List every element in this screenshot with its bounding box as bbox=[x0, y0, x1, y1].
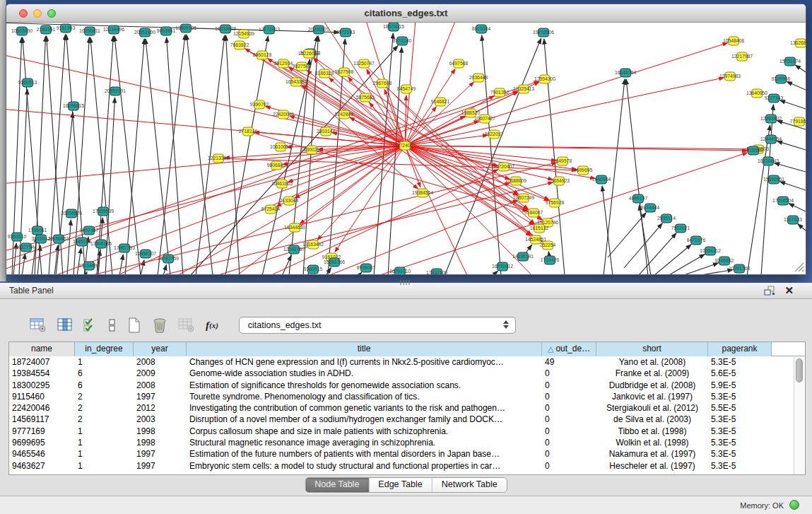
table-cell: 0 bbox=[542, 426, 596, 437]
graph-node-label: 10607427 bbox=[474, 116, 495, 121]
table-cell: 2008 bbox=[134, 356, 187, 368]
graph-node-label: 16791012 bbox=[492, 264, 513, 269]
graph-node-label: 9329966 bbox=[772, 76, 791, 81]
graph-node-label: 18807249 bbox=[513, 195, 534, 200]
graph-node-label: 12444154 bbox=[760, 136, 782, 141]
memory-status-label: Memory: OK bbox=[740, 501, 784, 510]
column-header-year[interactable]: year bbox=[134, 342, 187, 356]
graph-node-label: 9151393 bbox=[57, 25, 76, 30]
table-cell: de Silva et al. (2003) bbox=[596, 414, 708, 425]
citation-edge-red bbox=[317, 146, 405, 240]
graph-node-label: 7932621 bbox=[671, 226, 690, 230]
table-row[interactable]: 946362711997Embryonic stem cells: a mode… bbox=[9, 460, 805, 472]
float-panel-icon[interactable] bbox=[764, 286, 775, 296]
table-cell: Yano et al. (2008) bbox=[596, 356, 708, 368]
graph-node-label: 12042757 bbox=[283, 247, 305, 252]
graph-node-label: 8939007 bbox=[357, 265, 376, 270]
graph-node-label: 2036448 bbox=[469, 75, 488, 80]
table-scrollbar-thumb[interactable] bbox=[796, 358, 803, 382]
column-header-title[interactable]: title bbox=[187, 342, 542, 356]
memory-status-indicator[interactable] bbox=[789, 500, 799, 510]
table-cell: 2003 bbox=[134, 414, 187, 425]
network-view[interactable]: 1053309021603519151393162968111213449620… bbox=[6, 23, 806, 274]
table-row[interactable]: 969969511998Structural magnetic resonanc… bbox=[9, 437, 805, 448]
graph-node-label: 9390702 bbox=[250, 102, 269, 107]
column-header-in_degree[interactable]: in_degree bbox=[75, 342, 134, 356]
table-source-value: citations_edges.txt bbox=[248, 320, 322, 330]
table-row[interactable]: 946554611997Estimation of the future num… bbox=[9, 448, 805, 460]
table-cell: 2 bbox=[75, 414, 134, 425]
table-row[interactable]: 1872400712008Changes of HCN gene express… bbox=[9, 356, 805, 368]
network-canvas[interactable]: 1053309021603519151393162968111213449620… bbox=[6, 23, 806, 274]
graph-node-label: 9146821 bbox=[431, 99, 450, 104]
graph-node-label: 8960128 bbox=[253, 52, 272, 57]
citation-edge-red bbox=[405, 69, 455, 146]
table-row[interactable]: 2242004622012Investigating the contribut… bbox=[9, 402, 805, 414]
citation-edge-black bbox=[114, 36, 141, 274]
table-settings-icon[interactable] bbox=[30, 318, 47, 332]
table-cell: 0 bbox=[542, 448, 596, 460]
table-source-select[interactable]: citations_edges.txt bbox=[239, 317, 516, 334]
table-cell: 22420046 bbox=[9, 402, 75, 414]
table-cell: 5.6E-5 bbox=[708, 368, 772, 379]
table-cell: Estimation of the future numbers of pati… bbox=[187, 448, 542, 460]
graph-node-label: 9227343 bbox=[765, 95, 784, 100]
table-row[interactable]: 1830029562008Estimation of significance … bbox=[9, 380, 805, 391]
graph-node-label: 12974983 bbox=[719, 74, 741, 78]
show-columns-icon[interactable] bbox=[57, 318, 73, 332]
table-row[interactable]: 977716911998Corpus callosum shape and si… bbox=[9, 426, 805, 437]
graph-node-label: 8471676 bbox=[687, 238, 706, 243]
graph-node-label: 9360510 bbox=[8, 234, 27, 239]
select-rows-icon[interactable] bbox=[83, 318, 98, 332]
row-height-icon[interactable] bbox=[108, 318, 117, 332]
tab-node-table[interactable]: Node Table bbox=[305, 478, 369, 492]
table-cell: 5.3E-5 bbox=[708, 437, 772, 448]
delete-table-icon[interactable] bbox=[152, 317, 167, 333]
table-cell: Disruption of a novel member of a sodium… bbox=[187, 414, 542, 425]
combo-stepper-icon bbox=[503, 320, 509, 329]
graph-node-label: 1640954 bbox=[592, 177, 611, 182]
table-cell: 14569117 bbox=[9, 414, 75, 425]
table-cell: Investigating the contribution of common… bbox=[187, 402, 542, 414]
citation-edge-black bbox=[141, 260, 144, 274]
graph-node-label: 16461865 bbox=[271, 181, 293, 186]
panel-drag-handle-icon[interactable] bbox=[400, 280, 410, 285]
table-cell: Nakamura et al. (1997) bbox=[596, 448, 708, 460]
table-cell: 1 bbox=[75, 448, 134, 460]
tab-edge-table[interactable]: Edge Table bbox=[369, 478, 432, 492]
table-scrollbar[interactable] bbox=[794, 357, 804, 474]
table-cell: 18724007 bbox=[9, 356, 75, 368]
graph-node-label: 252254 bbox=[540, 243, 556, 247]
graph-node-label: 8912934 bbox=[274, 61, 293, 66]
column-header-pagerank[interactable]: pagerank bbox=[708, 342, 772, 356]
graph-node-label: 2849578 bbox=[553, 158, 572, 163]
table-cell: 5.5E-5 bbox=[708, 402, 772, 414]
citation-edge-black bbox=[787, 82, 806, 90]
graph-node-label: 9360515 bbox=[304, 267, 323, 271]
citation-edge-red bbox=[405, 146, 420, 187]
network-window-titlebar[interactable]: citations_edges.txt bbox=[6, 4, 806, 23]
column-header-out_de[interactable]: △out_de… bbox=[542, 342, 596, 356]
graph-node-label: 20206576 bbox=[61, 211, 82, 216]
graph-node-label: 2803144 bbox=[317, 129, 336, 134]
graph-node-label: 7663822 bbox=[230, 42, 249, 47]
table-row[interactable]: 1938455462009Genome-wide association stu… bbox=[9, 368, 805, 379]
graph-node-label: 20553191 bbox=[105, 88, 126, 93]
table-row[interactable]: 911546021997Tourette syndrome. Phenomeno… bbox=[9, 391, 805, 402]
resize-grip-icon[interactable] bbox=[795, 263, 804, 271]
function-builder-icon[interactable]: f(x) bbox=[206, 320, 218, 332]
column-header-short[interactable]: short bbox=[596, 342, 708, 356]
column-header-name[interactable]: name bbox=[9, 342, 75, 356]
graph-node-label: 10688609 bbox=[505, 178, 526, 183]
graph-node-label: 17332100 bbox=[426, 270, 447, 274]
table-cell: 9699695 bbox=[9, 437, 75, 448]
close-panel-icon[interactable]: ✕ bbox=[784, 284, 794, 297]
table-row[interactable]: 1456911722003Disruption of a novel membe… bbox=[9, 414, 805, 425]
new-table-icon[interactable] bbox=[127, 317, 141, 333]
graph-node-label: 12217987 bbox=[731, 54, 753, 59]
graph-node-label: 10548408 bbox=[723, 38, 744, 43]
citation-edge-black bbox=[358, 272, 362, 274]
citation-edge-red bbox=[405, 43, 727, 146]
tab-network-table[interactable]: Network Table bbox=[433, 478, 507, 492]
graph-node-label: 13509135 bbox=[175, 25, 196, 30]
